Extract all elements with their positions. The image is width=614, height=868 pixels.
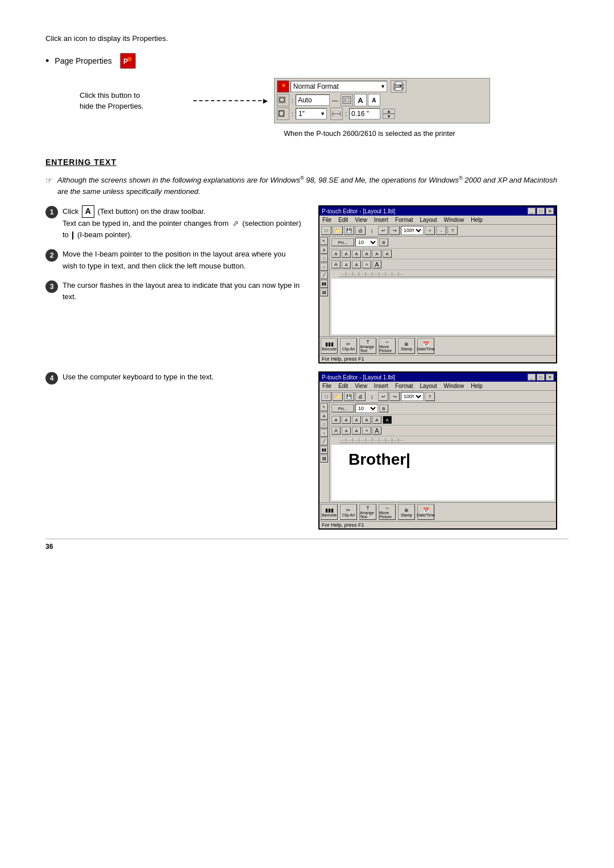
text-undo-btn[interactable]: ↩ [378,392,388,401]
text-button-A[interactable]: A [82,205,94,218]
text-print-btn[interactable]: 🖨 [355,392,366,401]
font-size-A-large[interactable]: A [354,94,367,106]
text-help-btn[interactable]: ? [425,392,435,401]
menu-file[interactable]: File [321,216,333,224]
text-save-btn[interactable]: 💾 [344,392,354,401]
menu-window[interactable]: Window [442,216,466,224]
menu-edit[interactable]: Edit [337,216,350,224]
datetime-btn[interactable]: 📅 Date/Time [417,338,434,354]
new-btn[interactable]: □ [321,226,331,235]
text-move-btn[interactable]: ↔ Move Picture [379,504,396,520]
text-size-A2[interactable]: A [342,427,351,435]
text-barcode-btn[interactable]: ▮▮▮ Barcode [321,504,338,520]
text-style-A6[interactable]: A [383,416,392,424]
rect-side-btn[interactable]: □ [320,254,328,262]
bold-btn[interactable]: B [379,238,388,246]
style-A6[interactable]: A [383,250,392,258]
text-size-A4[interactable]: A [362,427,371,435]
print-btn-win[interactable]: 🖨 [355,226,366,235]
image-side-btn[interactable]: 🖼 [320,288,328,296]
text-maximize-btn[interactable]: □ [537,374,545,381]
text-menu-help[interactable]: Help [469,382,484,390]
text-text-side-btn[interactable]: A [320,412,328,420]
style-A4[interactable]: A [362,250,371,258]
text-minimize-btn[interactable]: _ [528,374,536,381]
size-A1[interactable]: A [331,261,341,268]
text-datetime-btn[interactable]: 📅 Date/Time [417,504,434,520]
style-A1[interactable]: A [331,250,341,258]
text-close-btn[interactable]: ✕ [546,374,554,381]
style-A5[interactable]: A [372,250,381,258]
text-redo-btn[interactable]: ↪ [389,392,400,401]
text-menu-edit[interactable]: Edit [337,382,350,390]
open-btn[interactable]: 📁 [333,226,343,235]
page-properties-icon[interactable]: P [120,53,136,69]
height-dropdown[interactable]: 1" ▼ [296,108,327,119]
text-menu-format[interactable]: Format [393,382,415,390]
undo-btn[interactable]: ↩ [378,226,388,235]
close-btn[interactable]: ✕ [546,208,554,214]
text-style-A4[interactable]: A [362,416,371,424]
size-A3[interactable]: A [352,261,361,268]
format-dropdown[interactable]: Normal Format ▼ [291,81,387,92]
text-menu-view[interactable]: View [353,382,369,390]
style-A3[interactable]: A [352,250,361,258]
width-sep-icon[interactable] [330,108,343,120]
text-font-size-sel[interactable]: 10 [355,404,378,413]
page-props-btn[interactable] [277,80,289,93]
redo-btn[interactable]: ↪ [389,226,400,235]
text-size-A1[interactable]: A [331,427,341,435]
text-cursor-side-btn[interactable]: ↖ [320,403,328,411]
text-image-side-btn[interactable]: 🖼 [320,454,328,462]
text-font-sel[interactable]: Pri... [331,404,354,412]
text-menu-file[interactable]: File [321,382,333,390]
arrange-text-btn[interactable]: T Arrange Text [359,338,376,354]
size-A5[interactable]: A [372,261,381,268]
text-style-A5[interactable]: A [372,416,381,424]
text-menu-window[interactable]: Window [442,382,466,390]
menu-view[interactable]: View [353,216,369,224]
print-btn[interactable] [391,80,406,93]
text-stamp-btn[interactable]: ⊕ Stamp [398,504,415,520]
stamp-btn[interactable]: ⊕ Stamp [398,338,415,354]
menu-help[interactable]: Help [469,216,484,224]
size-A4[interactable]: A [362,261,371,268]
spin-down-icon[interactable]: ▼ [383,114,395,119]
text-new-btn[interactable]: □ [321,392,331,401]
width-input[interactable]: 0.16 " [349,108,380,119]
cursor-side-btn[interactable]: ↖ [320,237,328,245]
font-size-A-small[interactable]: A [368,94,380,106]
ellipse-side-btn[interactable]: ○ [320,263,328,271]
text-side-btn[interactable]: A [320,246,328,254]
text-style-A3[interactable]: A [352,416,361,424]
font-sel[interactable]: Pri... [331,238,354,246]
zoom-out-btn[interactable]: - [436,226,446,235]
text-menu-insert[interactable]: Insert [372,382,390,390]
zoom-in-btn[interactable]: + [425,226,435,235]
minimize-btn[interactable]: _ [528,208,536,214]
auto-input[interactable]: Auto [296,94,330,106]
menu-layout[interactable]: Layout [418,216,439,224]
text-style-A2[interactable]: A [342,416,351,424]
barcode-btn[interactable]: ▮▮▮ Barcode [321,338,338,354]
style-A2[interactable]: A [342,250,351,258]
clipart-btn[interactable]: ✂ Clip Art [340,338,357,354]
size-A2[interactable]: A [342,261,351,268]
text-line-side-btn[interactable]: ╱ [320,437,328,445]
barcode-side-btn[interactable]: ▮▮ [320,280,328,288]
maximize-btn[interactable]: □ [537,208,545,214]
save-btn[interactable]: 💾 [344,226,354,235]
font-size-sel[interactable]: 10 [355,238,378,247]
text-open-btn[interactable]: 📁 [333,392,343,401]
spin-up-icon[interactable]: ▲ [383,109,395,114]
text-size-A3[interactable]: A [352,427,361,435]
menu-format[interactable]: Format [393,216,415,224]
text-arrange-btn[interactable]: T Arrange Text [359,504,376,520]
text-barcode-side-btn[interactable]: ▮▮ [320,446,328,454]
text-content[interactable]: Brother| [331,444,555,501]
menu-insert[interactable]: Insert [372,216,390,224]
help-btn[interactable]: ? [447,226,458,235]
text-rect-side-btn[interactable]: □ [320,420,328,428]
layout-icon[interactable] [341,94,353,106]
spin-arrows[interactable]: ▲ ▼ [383,109,395,119]
